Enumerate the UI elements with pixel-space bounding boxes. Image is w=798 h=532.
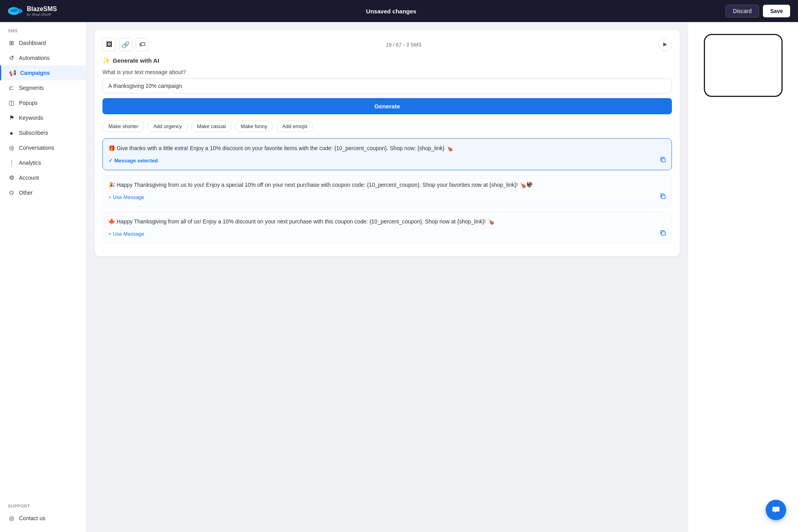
make-shorter-pill[interactable]: Make shorter [102,121,144,132]
sidebar-label-campaigns: Campaigns [20,70,50,76]
discard-button[interactable]: Discard [725,5,759,17]
discount-icon-button[interactable]: 🏷 [136,38,149,51]
dashboard-icon: ⊞ [8,39,15,47]
ai-header-text: Generate with AI [113,57,159,64]
plus-icon-2: + [108,194,112,200]
page-title: Unsaved changes [366,8,417,15]
right-panel [688,22,798,532]
copy-button-3[interactable] [660,230,666,238]
content-area: 🖼 🔗 🏷 19 / 67 - 3 SMS ✨ Generate with AI [87,22,798,532]
analytics-icon: ⋮ [8,159,15,166]
message-text-1: 🎁 Give thanks with a little extra! Enjoy… [108,144,666,153]
sparkle-icon: ✨ [102,57,110,64]
sidebar-label-contact-us: Contact us [19,515,45,521]
sidebar-label-account: Account [19,175,39,181]
svg-rect-2 [662,195,665,199]
keywords-icon: ⚑ [8,114,15,121]
sidebar-label-other: Other [19,190,33,196]
sidebar-item-campaigns[interactable]: 📢 Campaigns [0,65,86,80]
sidebar-label-keywords: Keywords [19,115,43,121]
account-icon: ⚙ [8,174,15,181]
plus-icon-3: + [108,231,112,237]
popups-icon: ◫ [8,99,15,106]
use-message-button-3[interactable]: + Use Message [108,231,144,237]
message-footer-1: ✓ Message selected [108,156,666,164]
sidebar-item-keywords[interactable]: ⚑ Keywords [0,110,86,125]
sidebar-item-subscribers[interactable]: ● Subscribers [0,125,86,140]
logo: BlazeSMS by Shop Sheriff [8,6,57,17]
quick-actions: Make shorter Add urgency Make casual Mak… [102,121,672,132]
message-text-2: 🎉 Happy Thanksgiving from us to you! Enj… [108,181,666,189]
copy-icon-2 [660,193,666,199]
sidebar-label-dashboard: Dashboard [19,40,46,46]
generate-button[interactable]: Generate [102,98,672,114]
topbar-actions: Discard Save [725,5,790,17]
sidebar-section-support: Support [0,497,86,511]
message-option-3: 🍁 Happy Thanksgiving from all of us! Enj… [102,212,672,244]
make-casual-pill[interactable]: Make casual [191,121,232,132]
sidebar-item-conversations[interactable]: ◎ Conversations [0,140,86,155]
toolbar-icons: 🖼 🔗 🏷 [102,38,149,51]
sidebar-item-account[interactable]: ⚙ Account [0,170,86,185]
message-footer-2: + Use Message [108,193,666,201]
logo-icon [8,6,24,17]
chat-icon [771,505,781,515]
save-button[interactable]: Save [763,5,790,17]
sidebar-label-analytics: Analytics [19,160,41,166]
add-urgency-pill[interactable]: Add urgency [147,121,188,132]
copy-button-2[interactable] [660,193,666,201]
sidebar-label-subscribers: Subscribers [19,130,48,136]
sidebar-section-sms: SMS [0,22,86,35]
topbar: BlazeSMS by Shop Sheriff Unsaved changes… [0,0,798,22]
add-emojis-pill[interactable]: Add emojis [276,121,313,132]
use-message-button-2[interactable]: + Use Message [108,194,144,200]
contact-icon: ◎ [8,515,15,522]
copy-icon-3 [660,230,666,236]
svg-rect-3 [662,232,665,235]
sidebar-item-popups[interactable]: ◫ Popups [0,95,86,110]
copy-icon-1 [660,156,666,163]
segments-icon: ⊏ [8,84,15,91]
toolbar-row: 🖼 🔗 🏷 19 / 67 - 3 SMS [102,38,672,51]
sidebar-item-dashboard[interactable]: ⊞ Dashboard [0,35,86,50]
ai-header: ✨ Generate with AI [102,57,672,64]
logo-main-text: BlazeSMS [27,6,57,13]
sidebar-item-analytics[interactable]: ⋮ Analytics [0,155,86,170]
sidebar-spacer [0,200,86,497]
sidebar-label-segments: Segments [19,85,44,91]
sidebar-item-contact-us[interactable]: ◎ Contact us [0,511,86,526]
subscribers-icon: ● [8,129,15,136]
svg-rect-1 [662,158,665,162]
message-footer-3: + Use Message [108,230,666,238]
ai-prompt-input[interactable] [102,78,672,93]
sidebar: SMS ⊞ Dashboard ↺ Automations 📢 Campaign… [0,22,87,532]
make-funny-pill[interactable]: Make funny [235,121,273,132]
use-message-label-3: Use Message [113,231,144,237]
middle-panel: 🖼 🔗 🏷 19 / 67 - 3 SMS ✨ Generate with AI [87,22,688,532]
selected-label: Message selected [114,158,158,164]
campaigns-icon: 📢 [9,69,16,76]
ai-question-label: What is your text message about? [102,69,672,75]
message-selected-badge: ✓ Message selected [108,158,158,164]
logo-sub-text: by Shop Sheriff [27,13,57,17]
automations-icon: ↺ [8,54,15,61]
sidebar-item-segments[interactable]: ⊏ Segments [0,80,86,95]
image-icon-button[interactable]: 🖼 [102,38,116,51]
sidebar-label-automations: Automations [19,55,50,61]
message-text-3: 🍁 Happy Thanksgiving from all of us! Enj… [108,218,666,226]
phone-mockup [704,34,783,97]
sidebar-item-other[interactable]: ⊙ Other [0,185,86,200]
main-layout: SMS ⊞ Dashboard ↺ Automations 📢 Campaign… [0,22,798,532]
checkmark-icon: ✓ [108,158,113,164]
test-button[interactable] [658,38,672,51]
char-count: 19 / 67 - 3 SMS [386,42,421,48]
sidebar-item-automations[interactable]: ↺ Automations [0,50,86,65]
use-message-label-2: Use Message [113,194,144,200]
other-icon: ⊙ [8,189,15,196]
sidebar-label-conversations: Conversations [19,145,54,151]
copy-button-1[interactable] [660,156,666,164]
message-option-1: 🎁 Give thanks with a little extra! Enjoy… [102,138,672,170]
sidebar-label-popups: Popups [19,100,37,106]
chat-support-button[interactable] [766,500,786,520]
link-icon-button[interactable]: 🔗 [119,38,132,51]
